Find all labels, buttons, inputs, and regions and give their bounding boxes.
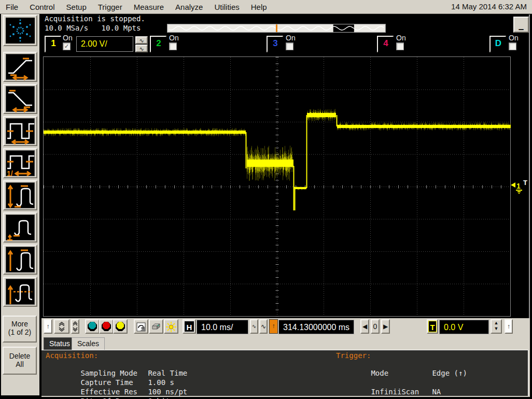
delete-all-button[interactable]: Delete All	[3, 347, 37, 375]
double-chevron-small-icon	[72, 320, 78, 333]
ground-trigger-marker[interactable]: 1 T	[511, 179, 530, 196]
peak-to-peak-icon	[6, 183, 35, 209]
slope-up-icon: ↑	[272, 322, 275, 330]
sine-icon: ∿	[261, 323, 266, 330]
menu-utilities[interactable]: Utilities	[208, 1, 245, 13]
spin-down-icon: ▼	[492, 326, 501, 332]
channel-2-button[interactable]: 2	[150, 36, 166, 52]
trigger-menu-button[interactable]: T	[427, 319, 438, 334]
channel-3-checkbox[interactable]	[286, 42, 293, 50]
trigger-level-spinner[interactable]: ▲ ▼	[491, 319, 502, 334]
trigger-slope-button[interactable]: ↑	[269, 319, 278, 334]
run-icon	[88, 322, 97, 331]
channel-2-on-label: On	[169, 34, 179, 41]
tool-minimum[interactable]	[3, 212, 37, 243]
zoom-out-wave-button[interactable]: ∿	[250, 319, 258, 334]
delay-left-button[interactable]: ◀	[360, 319, 369, 334]
acquisition-section-title: Acquisition:	[46, 351, 98, 360]
tool-maximum[interactable]	[3, 245, 37, 275]
tool-peak-to-peak[interactable]	[3, 180, 37, 210]
channel-2-checkbox[interactable]	[169, 42, 177, 50]
agilent-logo	[3, 15, 37, 46]
export-icon	[136, 322, 146, 332]
tool-rise-time[interactable]	[3, 52, 37, 82]
stop-button[interactable]	[99, 319, 114, 334]
menu-file[interactable]: File	[0, 1, 24, 13]
right-arrow-icon: ▶	[383, 323, 388, 330]
tab-scales[interactable]: Scales	[72, 337, 105, 350]
tab-status[interactable]: Status	[44, 337, 76, 350]
frequency-icon: 1/	[6, 151, 35, 177]
touch-pointer-button[interactable]: ↑	[44, 319, 52, 334]
minimize-button[interactable]: –	[513, 17, 529, 33]
marker-channel-number: 1	[516, 182, 521, 190]
channel-3-on-label: On	[286, 34, 296, 41]
channel-3-button[interactable]: 3	[267, 36, 283, 52]
frequency-prefix: 1/	[7, 169, 13, 177]
vertical-expand-button[interactable]	[54, 319, 69, 334]
trigger-delay-value[interactable]: 314.13000000 ms	[278, 320, 354, 334]
sample-rate-text: 10.0 MSa/s 10.0 Mpts	[45, 24, 141, 32]
timebase-value[interactable]: 10.0 ms/	[197, 320, 248, 334]
channel-1-filter-button[interactable]: ∿	[135, 45, 148, 52]
trig-row-infiniiscan: InfiniiScanNA	[336, 379, 441, 396]
channel-1-checkbox[interactable]: ✓	[63, 42, 71, 50]
channel-4-checkbox[interactable]	[396, 42, 404, 50]
vertical-scroll-button[interactable]	[71, 319, 79, 334]
trigger-slope-indicator-button[interactable]: ↑	[505, 319, 513, 334]
tool-fall-time[interactable]	[3, 84, 37, 114]
display-brightness-button[interactable]	[164, 319, 178, 334]
run-button[interactable]	[85, 319, 100, 334]
more-label: More	[4, 320, 36, 328]
delete-all-label2: All	[4, 360, 36, 368]
waveform-position-bar[interactable]	[167, 24, 386, 33]
channel-4-button[interactable]: 4	[377, 36, 394, 52]
channel1-ground-icon: 1 T	[511, 179, 530, 196]
zoom-in-wave-button[interactable]: ∿	[259, 319, 268, 334]
menu-analyze[interactable]: Analyze	[170, 1, 208, 13]
channel-2-label: 2	[151, 37, 166, 52]
trigger-level-value[interactable]: 0.0 V	[439, 320, 489, 334]
maximum-icon	[6, 247, 35, 273]
menu-setup[interactable]: Setup	[61, 1, 92, 13]
single-button[interactable]	[113, 319, 128, 334]
channel-1-scale[interactable]: 2.00 V/	[76, 36, 133, 52]
minimize-icon: –	[519, 23, 524, 34]
acquisition-status-text: Acquisition is stopped.	[45, 15, 145, 23]
average-icon	[6, 279, 35, 305]
measurement-sidebar: 1/	[1, 14, 39, 395]
channel-digital-on: On	[509, 34, 519, 50]
delete-all-label1: Delete	[4, 352, 36, 360]
tool-average[interactable]	[3, 277, 37, 307]
channel-3-on: On	[286, 34, 296, 50]
menu-measure[interactable]: Measure	[128, 1, 170, 13]
marker-trigger-label: T	[523, 179, 527, 187]
quick-action-button[interactable]	[134, 319, 148, 334]
channel-4-label: 4	[378, 37, 394, 52]
waveform-display[interactable]	[43, 56, 511, 317]
minimum-icon	[6, 215, 35, 241]
tool-frequency[interactable]: 1/	[3, 148, 37, 178]
channel-1-on-label: On	[63, 34, 73, 41]
menu-control[interactable]: Control	[24, 1, 60, 13]
tool-period[interactable]	[3, 116, 37, 146]
spark-logo-icon	[6, 18, 35, 44]
printer-icon	[150, 322, 162, 332]
channel-1-button[interactable]: 1	[45, 36, 61, 52]
print-button[interactable]	[149, 319, 163, 334]
channel-digital-checkbox[interactable]	[509, 42, 516, 50]
horizontal-menu-button[interactable]: H	[183, 319, 196, 334]
trigger-section-title: Trigger:	[336, 351, 371, 360]
menu-help[interactable]: Help	[245, 1, 273, 13]
channel-3-label: 3	[268, 37, 283, 52]
delay-zero-button[interactable]: 0	[371, 319, 380, 334]
up-arrow-icon: ↑	[47, 323, 50, 330]
delay-right-button[interactable]: ▶	[381, 319, 390, 334]
channel-digital-button[interactable]: D	[489, 36, 506, 52]
sine-icon: ∿	[139, 37, 144, 44]
more-button[interactable]: More (1 of 2)	[3, 316, 37, 343]
channel-1-coupling-button[interactable]: ∿	[135, 36, 148, 44]
channel-2-on: On	[169, 34, 179, 50]
menu-trigger[interactable]: Trigger	[92, 1, 128, 13]
double-chevron-icon	[55, 320, 68, 333]
